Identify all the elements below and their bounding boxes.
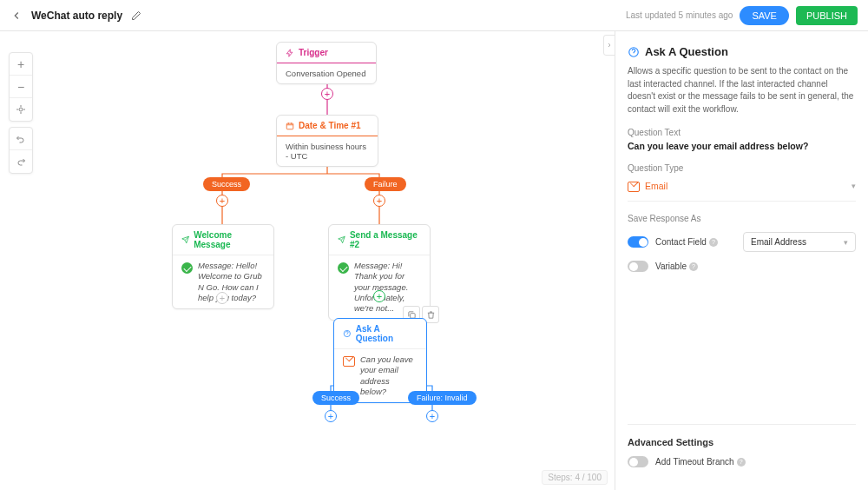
bolt-icon [286, 49, 294, 57]
msg2-title: Send a Message #2 [350, 230, 421, 249]
welcome-body: Message: Hello! Welcome to Grub N Go. Ho… [198, 261, 265, 303]
ask-body: Can you leave your email address below? [360, 354, 418, 397]
question-type-label: Question Type [628, 163, 856, 173]
calendar-icon [286, 122, 294, 130]
variable-toggle[interactable] [628, 261, 648, 272]
send-icon [338, 235, 345, 244]
trigger-body: Conversation Opened [277, 63, 376, 83]
question-text-label: Question Text [628, 128, 856, 137]
message-status-icon [181, 262, 193, 274]
last-updated-label: Last updated 5 minutes ago [626, 10, 733, 20]
steps-counter: Steps: 4 / 100 [542, 470, 608, 485]
contact-field-select[interactable]: Email Address ▾ [743, 232, 856, 252]
trigger-title: Trigger [299, 48, 328, 57]
question-type-value: Email [645, 181, 667, 191]
chevron-down-icon: ▾ [852, 182, 856, 190]
question-type-select[interactable]: Email ▾ [628, 176, 856, 202]
contact-field-toggle[interactable] [628, 236, 648, 248]
add-node-ask-success[interactable]: + [325, 410, 337, 422]
variable-label: Variable ? [655, 262, 698, 271]
date-title: Date & Time #1 [299, 121, 361, 130]
save-button[interactable]: SAVE [740, 6, 789, 25]
help-icon[interactable]: ? [737, 458, 746, 467]
add-node-failure-branch[interactable]: + [373, 195, 385, 207]
welcome-title: Welcome Message [194, 230, 265, 249]
back-arrow-icon[interactable] [10, 10, 23, 22]
email-icon [628, 182, 640, 192]
panel-title: Ask A Question [645, 45, 728, 58]
workflow-title: WeChat auto reply [31, 10, 122, 22]
message-status-icon [338, 262, 349, 274]
question-text-value[interactable]: Can you leave your email address below? [628, 141, 856, 151]
trigger-node[interactable]: Trigger Conversation Opened [276, 42, 377, 84]
send-icon [181, 235, 189, 244]
add-node-success-branch[interactable]: + [216, 195, 228, 207]
failure-pill: Failure [365, 177, 406, 191]
help-icon[interactable]: ? [689, 262, 698, 271]
add-node-after-welcome[interactable]: + [216, 292, 228, 304]
ask-success-pill: Success [312, 391, 359, 405]
add-node-ask-failure[interactable]: + [426, 410, 438, 422]
help-icon[interactable]: ? [709, 238, 718, 247]
ask-title: Ask A Question [356, 324, 418, 343]
properties-panel: Ask A Question Allows a specific questio… [615, 31, 868, 490]
publish-button[interactable]: PUBLISH [796, 6, 858, 25]
edit-title-icon[interactable] [131, 10, 141, 21]
ask-failure-pill: Failure: Invalid [408, 391, 477, 405]
success-pill: Success [203, 177, 250, 191]
advanced-settings-title: Advanced Settings [628, 437, 856, 447]
chevron-down-icon: ▾ [844, 238, 848, 247]
svg-rect-5 [286, 123, 293, 129]
save-response-label: Save Response As [628, 214, 856, 223]
contact-field-label: Contact Field ? [655, 237, 718, 247]
svg-rect-6 [410, 313, 415, 318]
date-time-node[interactable]: Date & Time #1 Within business hours - U… [276, 115, 378, 167]
timeout-toggle[interactable] [628, 456, 648, 467]
panel-description: Allows a specific question to be sent to… [628, 65, 856, 116]
email-icon [343, 356, 355, 367]
add-node-after-msg2[interactable]: + [373, 290, 385, 302]
add-node-after-trigger[interactable]: + [321, 88, 333, 100]
date-body: Within business hours - UTC [277, 136, 378, 166]
timeout-label: Add Timeout Branch ? [655, 457, 746, 467]
question-icon [628, 46, 640, 58]
collapse-panel-button[interactable] [603, 35, 615, 56]
question-icon [343, 329, 352, 338]
